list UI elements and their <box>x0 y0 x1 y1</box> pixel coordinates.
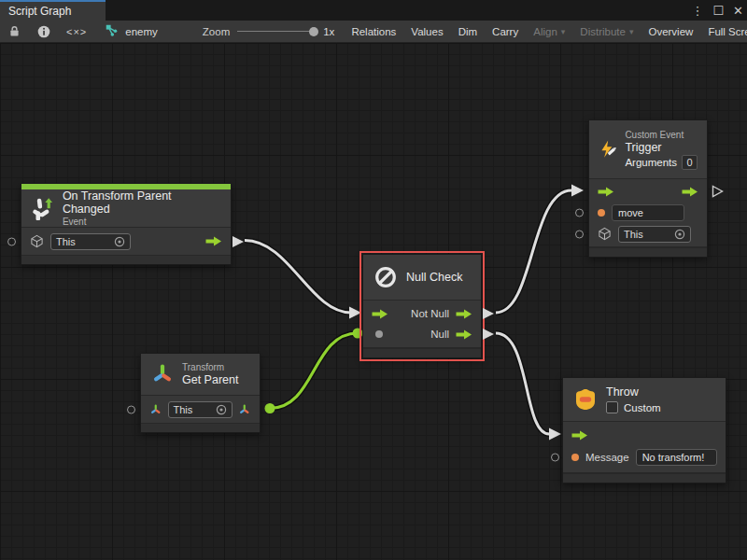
message-value: No transform! <box>642 452 705 463</box>
values-toggle[interactable]: Values <box>403 21 450 42</box>
maximize-icon[interactable]: ☐ <box>712 5 724 17</box>
value-wire-dot <box>353 329 363 339</box>
flow-input-arrow-icon[interactable] <box>571 430 588 441</box>
info-icon <box>37 25 50 38</box>
string-port[interactable] <box>571 454 579 461</box>
title-bar: Script Graph ⋮ ☐ ✕ <box>0 0 747 21</box>
node-get-parent[interactable]: Transform Get Parent This <box>140 353 261 433</box>
node-footer <box>563 473 726 483</box>
info-button[interactable] <box>29 21 59 42</box>
graph-breadcrumb[interactable]: enemy <box>94 21 169 42</box>
flow-output-arrow-icon[interactable] <box>682 187 698 197</box>
flow-connection-stub <box>483 329 494 340</box>
transform-icon <box>150 362 175 386</box>
target-value: This <box>624 229 643 240</box>
node-title: Get Parent <box>182 373 238 386</box>
node-throw[interactable]: Throw Custom Message No transform! <box>562 377 726 483</box>
custom-event-icon <box>599 135 617 163</box>
node-footer <box>141 423 260 432</box>
relations-toggle[interactable]: Relations <box>344 21 403 42</box>
node-on-transform-parent-changed[interactable]: On Transform Parent Changed Event This <box>21 183 232 265</box>
arguments-label: Arguments <box>625 157 677 168</box>
flow-output-arrow-icon[interactable] <box>456 329 472 340</box>
distribute-dropdown[interactable]: Distribute ▾ <box>572 21 641 42</box>
graph-icon <box>106 24 120 38</box>
flow-input-arrow-icon[interactable] <box>372 309 388 319</box>
overview-button[interactable]: Overview <box>641 21 700 42</box>
node-category: Transform <box>182 362 238 372</box>
transform-output-icon[interactable] <box>238 403 251 416</box>
node-subtitle: Event <box>63 217 221 227</box>
tab-script-graph[interactable]: Script Graph <box>0 0 106 21</box>
flow-output-arrow-icon[interactable] <box>456 309 472 319</box>
dim-toggle[interactable]: Dim <box>451 21 485 42</box>
window-menu-icon[interactable]: ⋮ <box>691 5 703 17</box>
throw-exception-icon <box>572 386 599 413</box>
value-input-port[interactable] <box>7 237 16 245</box>
event-name-field[interactable]: move <box>612 204 684 221</box>
carry-toggle[interactable]: Carry <box>485 21 526 42</box>
graph-canvas[interactable]: On Transform Parent Changed Event This <box>0 43 747 560</box>
value-input-port[interactable] <box>575 208 584 217</box>
node-title: Throw <box>606 385 661 399</box>
value-input-port[interactable] <box>375 330 383 338</box>
cube-icon <box>598 227 612 241</box>
message-label: Message <box>585 452 629 463</box>
cube-icon <box>30 234 44 248</box>
string-port[interactable] <box>598 209 605 217</box>
zoom-value: 1x <box>323 26 334 37</box>
target-field[interactable]: This <box>618 226 691 243</box>
graph-toolbar: <×> enemy Zoom 1x Relations Values Dim C… <box>0 21 747 43</box>
node-title: On Transform Parent Changed <box>63 189 221 216</box>
zoom-control: Zoom 1x <box>193 21 345 42</box>
target-picker-icon[interactable] <box>114 236 125 247</box>
zoom-label: Zoom <box>203 26 230 37</box>
node-title: Null Check <box>406 271 462 284</box>
transform-changed-icon <box>31 196 55 220</box>
target-picker-icon[interactable] <box>216 404 227 415</box>
value-input-port[interactable] <box>551 454 559 462</box>
chevron-down-icon: ▾ <box>629 27 634 36</box>
edit-code-button[interactable]: <×> <box>59 21 94 42</box>
graph-name: enemy <box>125 26 158 37</box>
value-input-port[interactable] <box>575 230 584 238</box>
node-footer <box>21 255 231 264</box>
align-dropdown[interactable]: Align ▾ <box>526 21 572 42</box>
flow-output-arrow-icon[interactable] <box>205 236 222 246</box>
target-value: This <box>56 236 76 247</box>
transform-port-icon <box>149 403 162 416</box>
target-value: This <box>174 404 193 415</box>
node-category: Custom Event <box>625 130 698 140</box>
event-name-value: move <box>618 207 643 218</box>
value-wire[interactable] <box>270 333 358 409</box>
tab-title: Script Graph <box>8 5 71 18</box>
lock-icon <box>8 25 21 37</box>
flow-input-arrow-icon[interactable] <box>598 187 614 197</box>
unconnected-flow-stub[interactable] <box>712 185 724 198</box>
port-label-null: Null <box>430 329 449 340</box>
target-picker-icon[interactable] <box>674 229 685 240</box>
target-field[interactable]: This <box>168 401 233 418</box>
node-custom-event-trigger[interactable]: Custom Event Trigger Arguments 0 <box>588 119 708 258</box>
arguments-count-field[interactable]: 0 <box>682 155 698 170</box>
custom-label: Custom <box>624 402 661 413</box>
code-icon: <×> <box>66 26 87 37</box>
value-wire-dot <box>265 403 275 413</box>
custom-checkbox[interactable] <box>606 401 618 413</box>
close-icon[interactable]: ✕ <box>733 5 743 17</box>
message-field[interactable]: No transform! <box>636 449 717 466</box>
null-check-icon <box>373 264 399 290</box>
node-title: Trigger <box>625 141 698 154</box>
distribute-label: Distribute <box>580 26 626 37</box>
node-null-check[interactable]: Null Check Not Null Null <box>362 254 482 358</box>
flow-connection-stub <box>483 308 494 319</box>
fullscreen-button[interactable]: Full Screen <box>700 21 747 42</box>
flow-connection-stub <box>233 236 244 247</box>
target-field[interactable]: This <box>50 233 131 250</box>
lock-button[interactable] <box>0 21 29 42</box>
align-label: Align <box>533 26 557 37</box>
chevron-down-icon: ▾ <box>561 27 566 36</box>
zoom-slider[interactable] <box>237 31 316 32</box>
zoom-slider-handle[interactable] <box>309 27 318 36</box>
value-input-port[interactable] <box>127 405 135 413</box>
